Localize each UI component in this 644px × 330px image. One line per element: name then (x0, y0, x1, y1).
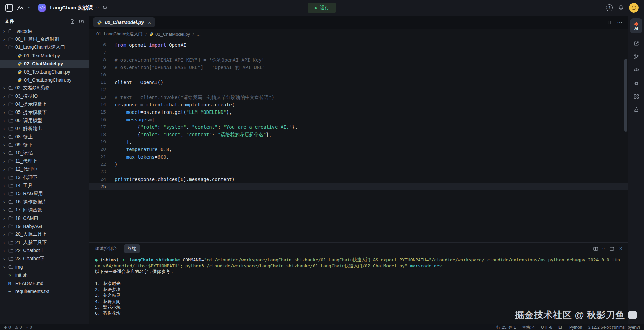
tree-item-00_开篇词_奇点时刻[interactable]: ›00_开篇词_奇点时刻 (0, 35, 89, 43)
tree-item-05_提示模板下[interactable]: ›05_提示模板下 (0, 108, 89, 117)
code-line-23[interactable]: 23 (89, 168, 628, 176)
code-line-7[interactable]: 7 (89, 49, 628, 56)
panel-layout-icon[interactable] (609, 246, 614, 251)
tree-item-22_Chatbot上[interactable]: ›22_Chatbot上 (0, 247, 89, 255)
chevron-right-icon[interactable]: › (3, 216, 8, 221)
extensions-grid-icon[interactable] (633, 94, 639, 99)
git-branch-icon[interactable] (633, 54, 639, 60)
chevron-down-icon[interactable]: › (4, 45, 8, 50)
code-line-24[interactable]: 24print(response.choices[0].message.cont… (89, 176, 628, 183)
ai-assistant-button[interactable]: ✻ AI (630, 18, 642, 33)
tree-item-20_人脉工具上[interactable]: ›20_人脉工具上 (0, 230, 89, 239)
tree-item-01_TextModel.py[interactable]: 01_TextModel.py (0, 51, 89, 60)
chevron-right-icon[interactable]: › (3, 135, 8, 139)
bell-icon[interactable] (618, 5, 624, 11)
tree-item-17_回调函数[interactable]: ›17_回调函数 (0, 206, 89, 214)
editor-scrollbar[interactable] (624, 59, 627, 235)
chevron-right-icon[interactable]: › (3, 37, 8, 42)
tree-item-init.sh[interactable]: $init.sh (0, 271, 89, 279)
code-line-12[interactable]: 12 (89, 86, 628, 94)
tree-item-11_代理上[interactable]: ›11_代理上 (0, 157, 89, 165)
open-external-icon[interactable] (633, 41, 639, 46)
code-line-19[interactable]: 19 ], (89, 138, 628, 146)
test-flask-icon[interactable] (633, 107, 639, 112)
chevron-right-icon[interactable]: › (3, 29, 8, 34)
tree-item-13_代理下[interactable]: ›13_代理下 (0, 173, 89, 182)
tree-item-img[interactable]: ›img (0, 263, 89, 271)
status-item[interactable]: 3.12.2 64-bit ('shims': pyenv) (588, 325, 640, 330)
workspace-title[interactable]: LangChain 实战课 (50, 5, 93, 11)
tree-item-08_链上[interactable]: ›08_链上 (0, 133, 89, 141)
tree-item-10_记忆[interactable]: ›10_记忆 (0, 149, 89, 157)
code-line-21[interactable]: 21 max_tokens=600, (89, 153, 628, 161)
tree-item-README.md[interactable]: MREADME.md (0, 279, 89, 287)
chevron-down-icon[interactable]: › (601, 248, 606, 249)
tree-item-12_代理中[interactable]: ›12_代理中 (0, 165, 89, 173)
tree-item-04_提示模板上[interactable]: ›04_提示模板上 (0, 100, 89, 108)
chevron-right-icon[interactable]: › (3, 159, 8, 164)
code-line-17[interactable]: 17 {"role": "system", "content": "You ar… (89, 123, 628, 131)
close-panel-icon[interactable]: × (619, 246, 622, 251)
chevron-right-icon[interactable]: › (3, 86, 8, 90)
chevron-right-icon[interactable]: › (3, 102, 8, 107)
chevron-right-icon[interactable]: › (3, 224, 8, 229)
chevron-right-icon[interactable]: › (3, 256, 8, 261)
tree-item-02_ChatModel.py[interactable]: 02_ChatModel.py (0, 60, 89, 68)
code-line-6[interactable]: 6from openai import OpenAI (89, 41, 628, 49)
code-line-14[interactable]: 14response = client.chat.completions.cre… (89, 101, 628, 108)
tree-item-21_人脉工具下[interactable]: ›21_人脉工具下 (0, 239, 89, 247)
chevron-right-icon[interactable]: › (3, 208, 8, 212)
tree-item-07_解析输出[interactable]: ›07_解析输出 (0, 125, 89, 133)
avatar[interactable] (629, 3, 639, 13)
close-tab-icon[interactable]: × (148, 20, 151, 25)
status-item[interactable]: 空格: 4 (522, 325, 535, 330)
status-item[interactable]: UTF-8 (541, 325, 552, 330)
preview-eye-icon[interactable] (633, 67, 639, 73)
code-line-25[interactable]: 25 (89, 183, 628, 190)
run-button[interactable]: ▶ 运行 (308, 3, 336, 13)
tree-item-06_调用模型[interactable]: ›06_调用模型 (0, 117, 89, 125)
warnings-count[interactable]: ⚠ 0 (15, 325, 22, 330)
tab-02-chatmodel[interactable]: 02_ChatModel.py × (93, 17, 155, 27)
chevron-right-icon[interactable]: › (3, 265, 8, 269)
code-line-8[interactable]: 8# os.environ["OPENAI_API_KEY"] = '你的Ope… (89, 56, 628, 64)
code-line-10[interactable]: 10 (89, 71, 628, 79)
tree-item-19_BabyAGI[interactable]: ›19_BabyAGI (0, 222, 89, 230)
chevron-right-icon[interactable]: › (3, 151, 8, 156)
tree-item-.vscode[interactable]: ›.vscode (0, 27, 89, 35)
chevron-right-icon[interactable]: › (3, 110, 8, 115)
tree-item-01_LangChain快速入门[interactable]: ›01_LangChain快速入门 (0, 43, 89, 51)
code-line-9[interactable]: 9# os.environ["OPENAI_BASE_URL"] = 'Open… (89, 64, 628, 71)
code-line-22[interactable]: 22) (89, 161, 628, 168)
tree-item-09_链下[interactable]: ›09_链下 (0, 141, 89, 149)
chevron-right-icon[interactable]: › (3, 167, 8, 172)
tree-item-14_工具[interactable]: ›14_工具 (0, 182, 89, 190)
help-icon[interactable]: ? (606, 4, 613, 11)
code-line-13[interactable]: 13# text = client.invoke("请给我写一句情人节红玫瑰的中… (89, 94, 628, 101)
new-file-icon[interactable] (70, 19, 75, 24)
tree-item-04_ChatLongChain.py[interactable]: 04_ChatLongChain.py (0, 76, 89, 84)
workspace-badge-icon[interactable]: </> (38, 4, 46, 12)
info-count[interactable]: ○ 0 (26, 325, 32, 330)
chevron-right-icon[interactable]: › (3, 240, 8, 245)
breadcrumb-item[interactable]: ... (197, 32, 201, 37)
tree-item-03_模型IO[interactable]: ›03_模型IO (0, 92, 89, 100)
tree-item-23_Chatbot下[interactable]: ›23_Chatbot下 (0, 255, 89, 263)
code-editor[interactable]: 6from openai import OpenAI78# os.environ… (89, 39, 628, 242)
status-item[interactable]: LF (558, 325, 563, 330)
status-item[interactable]: 行 25, 列 1 (496, 325, 516, 330)
bug-icon[interactable] (633, 80, 639, 86)
app-logo-icon[interactable] (5, 4, 13, 12)
chevron-down-icon[interactable]: › (27, 7, 32, 8)
tree-item-16_操作数据库[interactable]: ›16_操作数据库 (0, 198, 89, 206)
chevron-right-icon[interactable]: › (3, 118, 8, 123)
chevron-right-icon[interactable]: › (3, 200, 8, 204)
tree-item-03_TextLangChain.py[interactable]: 03_TextLangChain.py (0, 68, 89, 76)
code-line-16[interactable]: 16 messages=[ (89, 116, 628, 123)
chevron-right-icon[interactable]: › (3, 232, 8, 237)
tab-terminal[interactable]: 终端 (124, 244, 140, 253)
split-editor-icon[interactable] (606, 20, 611, 25)
tree-item-15_RAG应用[interactable]: ›15_RAG应用 (0, 190, 89, 198)
marscode-logo-icon[interactable] (17, 5, 24, 11)
more-actions-icon[interactable]: ⋯ (617, 20, 622, 25)
